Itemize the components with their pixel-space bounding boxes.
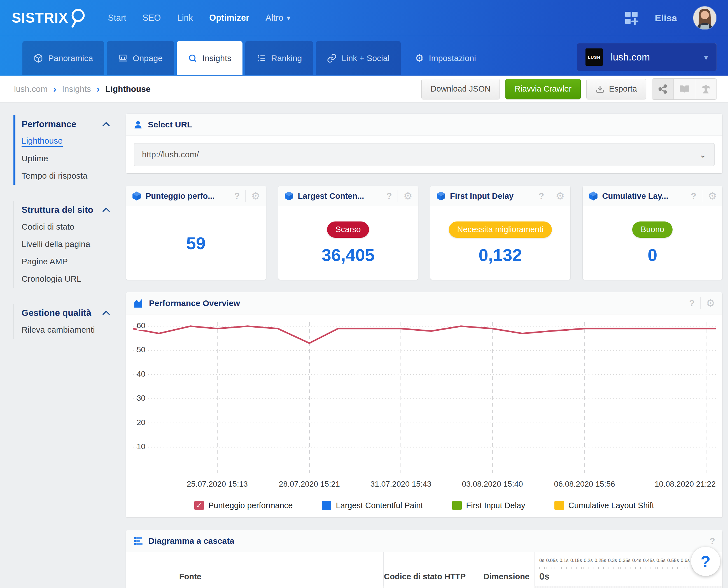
legend-cumulative-layout-shift[interactable]: Cumulative Layout Shift xyxy=(555,501,654,510)
url-dropdown[interactable]: http://lush.com/ ⌄ xyxy=(134,143,714,166)
scale-tick-label: 0.5s xyxy=(657,558,666,563)
help-icon[interactable]: ? xyxy=(689,298,695,309)
y-tick-label: 40 xyxy=(137,370,148,379)
menu-item-start[interactable]: Start xyxy=(108,13,126,23)
sidebar-item-lighthouse[interactable]: Lighthouse xyxy=(22,133,113,150)
restart-crawler-button[interactable]: Riavvia Crawler xyxy=(505,79,581,99)
scale-tick-label: 0.55s xyxy=(667,558,679,563)
metric-cards-row: Punteggio perfo... ? ⚙ 59 Largest Conten… xyxy=(126,186,722,280)
help-icon[interactable]: ? xyxy=(234,191,240,201)
metric-card-fid: First Input Delay ? ⚙ Necessita migliora… xyxy=(430,186,570,280)
timeline-zero-label: 0s xyxy=(539,571,549,582)
sistrix-logo[interactable]: SISTRIX xyxy=(12,8,88,28)
sidebar-item-codici-di-stato[interactable]: Codici di stato xyxy=(22,218,113,236)
resource-size: 34 KB xyxy=(471,586,535,588)
legend-punteggio-performance[interactable]: ✓ Punteggio performance xyxy=(194,501,293,510)
select-url-card: Select URL http://lush.com/ ⌄ xyxy=(126,114,722,173)
x-tick-label: 06.08.2020 15:56 xyxy=(554,480,615,489)
y-tick-label: 30 xyxy=(137,394,148,403)
sidebar-item-tempo-di-risposta[interactable]: Tempo di risposta xyxy=(22,167,113,185)
legend-checkbox-checked: ✓ xyxy=(194,501,204,510)
help-icon[interactable]: ? xyxy=(691,191,696,201)
gear-icon[interactable]: ⚙ xyxy=(403,191,412,201)
tab-ranking[interactable]: Ranking xyxy=(245,41,313,75)
tutorial-button[interactable] xyxy=(695,79,716,99)
export-button[interactable]: Esporta xyxy=(586,79,646,99)
apps-grid-icon[interactable] xyxy=(624,10,639,25)
waterfall-table-header: Fonte Codice di stato HTTP Dimensione 0s… xyxy=(126,552,722,586)
chevron-up-icon xyxy=(103,208,110,212)
help-icon[interactable]: ? xyxy=(709,536,715,546)
breadcrumb-insights[interactable]: Insights xyxy=(62,84,91,94)
utility-icon-group xyxy=(652,78,717,100)
waterfall-title: Diagramma a cascata xyxy=(148,536,234,546)
sidebar-header-struttura[interactable]: Struttura del sito xyxy=(22,201,113,218)
sidebar-item-rileva-cambiamenti[interactable]: Rileva cambiamenti xyxy=(22,321,113,339)
breadcrumb-domain[interactable]: lush.com xyxy=(14,84,48,94)
cube-icon xyxy=(588,191,598,201)
timeline-scale-labels: 0s0.05s0.1s0.15s0.2s0.25s0.3s0.35s0.4s0.… xyxy=(539,558,714,563)
sidebar-section-performance: Performance Lighthouse Uptime Tempo di r… xyxy=(14,115,113,185)
area-chart-icon xyxy=(133,298,144,309)
x-tick-label: 28.07.2020 15:21 xyxy=(279,480,340,489)
scale-tick-label: 0.25s xyxy=(595,558,606,563)
sidebar-header-performance[interactable]: Performance xyxy=(22,115,113,133)
chart-legend: ✓ Punteggio performance Largest Contentf… xyxy=(126,493,722,518)
cube-icon xyxy=(284,191,294,201)
legend-largest-contentful-paint[interactable]: Largest Contentful Paint xyxy=(322,501,423,510)
menu-item-link[interactable]: Link xyxy=(177,13,193,23)
book-icon xyxy=(679,84,690,94)
sistrix-optimizer-page: SISTRIX Start SEO Link Optimizer Altro ▾ xyxy=(0,0,728,588)
menu-item-optimizer[interactable]: Optimizer xyxy=(209,13,249,23)
sidebar-item-uptime[interactable]: Uptime xyxy=(22,150,113,167)
sidebar-item-pagine-amp[interactable]: Pagine AMP xyxy=(22,253,113,271)
metric-value: 59 xyxy=(186,233,206,253)
caret-down-icon: ▾ xyxy=(704,52,708,62)
laptop-icon xyxy=(118,54,128,63)
metric-card-lcp: Largest Conten... ? ⚙ Scarso 36,405 xyxy=(278,186,418,280)
scale-tick-label: 0s xyxy=(539,558,544,563)
help-fab-button[interactable]: ? xyxy=(691,547,720,576)
chart-title: Performance Overview xyxy=(149,298,240,308)
url-dropdown-value: http://lush.com/ xyxy=(142,150,199,159)
tab-panoramica[interactable]: Panoramica xyxy=(22,41,104,75)
sidebar-header-gestione-qualita[interactable]: Gestione qualità xyxy=(22,304,113,321)
tab-onpage[interactable]: Onpage xyxy=(107,41,174,75)
handbook-button[interactable] xyxy=(673,79,695,99)
tab-impostazioni[interactable]: ⚙ Impostazioni xyxy=(403,41,487,75)
sidebar-item-cronologia-url[interactable]: Cronologia URL xyxy=(22,271,113,288)
sidebar-section-gestione-qualita: Gestione qualità Rileva cambiamenti xyxy=(14,304,113,339)
chevron-right-icon: › xyxy=(53,83,56,94)
y-tick-label: 20 xyxy=(137,418,148,427)
menu-item-altro[interactable]: Altro ▾ xyxy=(266,13,290,23)
breadcrumb-bar: lush.com › Insights › Lighthouse Downloa… xyxy=(0,76,728,103)
column-fonte: Fonte xyxy=(179,572,201,581)
gear-icon[interactable]: ⚙ xyxy=(251,191,260,201)
share-button[interactable] xyxy=(652,79,673,99)
link-icon xyxy=(327,54,336,63)
legend-first-input-delay[interactable]: First Input Delay xyxy=(452,501,525,510)
download-json-button[interactable]: Download JSON xyxy=(421,79,500,99)
status-badge: Buono xyxy=(632,222,672,238)
chevron-down-icon: ⌄ xyxy=(700,150,706,160)
tab-insights[interactable]: Insights xyxy=(177,41,243,75)
gear-icon[interactable]: ⚙ xyxy=(556,191,564,201)
graduation-cap-icon xyxy=(701,84,711,94)
help-icon[interactable]: ? xyxy=(539,191,544,201)
project-domain-dropdown[interactable]: LUSH lush.com ▾ xyxy=(577,43,717,71)
sidebar-item-livelli-della-pagina[interactable]: Livelli della pagina xyxy=(22,236,113,253)
gear-icon[interactable]: ⚙ xyxy=(706,298,715,308)
tab-link-social[interactable]: Link + Social xyxy=(316,41,401,75)
line-chart-plot: 605040302010 xyxy=(133,318,716,475)
column-status: Codice di stato HTTP xyxy=(384,572,466,581)
scale-tick-label: 0.15s xyxy=(570,558,582,563)
status-code: 200 xyxy=(383,586,471,588)
menu-item-seo[interactable]: SEO xyxy=(143,13,161,23)
scale-tick-label: 0.45s xyxy=(643,558,655,563)
metric-value: 36,405 xyxy=(321,245,375,265)
help-icon[interactable]: ? xyxy=(387,191,392,201)
gear-icon[interactable]: ⚙ xyxy=(708,191,717,201)
user-avatar[interactable] xyxy=(693,6,716,29)
download-icon xyxy=(596,85,604,93)
cube-icon xyxy=(131,191,142,201)
